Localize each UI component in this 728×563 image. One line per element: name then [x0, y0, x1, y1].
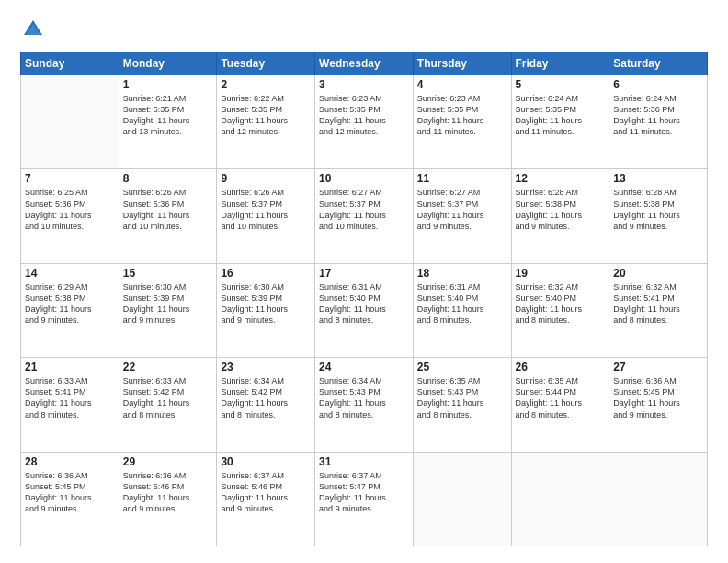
day-info: Sunrise: 6:36 AM Sunset: 5:45 PM Dayligh… — [613, 375, 703, 420]
day-number: 20 — [613, 267, 703, 280]
day-info: Sunrise: 6:23 AM Sunset: 5:35 PM Dayligh… — [417, 93, 507, 138]
day-info: Sunrise: 6:22 AM Sunset: 5:35 PM Dayligh… — [221, 93, 311, 138]
day-cell: 5Sunrise: 6:24 AM Sunset: 5:35 PM Daylig… — [511, 75, 609, 169]
day-cell: 16Sunrise: 6:30 AM Sunset: 5:39 PM Dayli… — [217, 263, 315, 357]
day-cell: 12Sunrise: 6:28 AM Sunset: 5:38 PM Dayli… — [511, 169, 609, 263]
day-cell: 26Sunrise: 6:35 AM Sunset: 5:44 PM Dayli… — [511, 358, 609, 452]
day-number: 1 — [123, 78, 213, 91]
day-cell: 13Sunrise: 6:28 AM Sunset: 5:38 PM Dayli… — [609, 169, 708, 263]
day-cell: 23Sunrise: 6:34 AM Sunset: 5:42 PM Dayli… — [217, 358, 315, 452]
day-number: 7 — [25, 172, 115, 185]
week-row: 14Sunrise: 6:29 AM Sunset: 5:38 PM Dayli… — [21, 263, 708, 357]
day-info: Sunrise: 6:31 AM Sunset: 5:40 PM Dayligh… — [319, 282, 409, 327]
day-cell: 14Sunrise: 6:29 AM Sunset: 5:38 PM Dayli… — [21, 263, 119, 357]
day-number: 4 — [417, 78, 507, 91]
day-info: Sunrise: 6:25 AM Sunset: 5:36 PM Dayligh… — [25, 187, 115, 232]
day-cell: 9Sunrise: 6:26 AM Sunset: 5:37 PM Daylig… — [217, 169, 315, 263]
day-number: 10 — [319, 172, 409, 185]
day-number: 31 — [319, 455, 409, 468]
week-row: 28Sunrise: 6:36 AM Sunset: 5:45 PM Dayli… — [21, 452, 708, 546]
calendar-body: 1Sunrise: 6:21 AM Sunset: 5:35 PM Daylig… — [21, 75, 708, 546]
day-cell — [609, 452, 708, 546]
day-number: 24 — [319, 361, 409, 373]
header-cell-saturday: Saturday — [609, 52, 708, 75]
day-number: 25 — [417, 361, 507, 373]
header-cell-tuesday: Tuesday — [217, 52, 315, 75]
header-cell-thursday: Thursday — [413, 52, 511, 75]
day-number: 17 — [319, 267, 409, 280]
day-number: 23 — [221, 361, 311, 373]
day-info: Sunrise: 6:24 AM Sunset: 5:35 PM Dayligh… — [516, 93, 606, 138]
day-cell: 30Sunrise: 6:37 AM Sunset: 5:46 PM Dayli… — [217, 452, 315, 546]
logo — [20, 17, 50, 42]
day-cell: 8Sunrise: 6:26 AM Sunset: 5:36 PM Daylig… — [119, 169, 217, 263]
day-number: 26 — [516, 361, 606, 373]
day-cell: 20Sunrise: 6:32 AM Sunset: 5:41 PM Dayli… — [609, 263, 708, 357]
day-number: 28 — [25, 455, 115, 468]
day-number: 2 — [221, 78, 311, 91]
week-row: 7Sunrise: 6:25 AM Sunset: 5:36 PM Daylig… — [21, 169, 708, 263]
day-cell: 31Sunrise: 6:37 AM Sunset: 5:47 PM Dayli… — [315, 452, 414, 546]
day-number: 30 — [221, 455, 311, 468]
day-cell: 29Sunrise: 6:36 AM Sunset: 5:46 PM Dayli… — [119, 452, 217, 546]
day-number: 22 — [123, 361, 213, 373]
header-cell-sunday: Sunday — [21, 52, 119, 75]
day-info: Sunrise: 6:32 AM Sunset: 5:40 PM Dayligh… — [516, 282, 606, 327]
day-cell — [413, 452, 511, 546]
day-info: Sunrise: 6:37 AM Sunset: 5:46 PM Dayligh… — [221, 470, 311, 515]
day-cell: 19Sunrise: 6:32 AM Sunset: 5:40 PM Dayli… — [511, 263, 609, 357]
calendar-header: SundayMondayTuesdayWednesdayThursdayFrid… — [21, 52, 708, 75]
day-info: Sunrise: 6:34 AM Sunset: 5:42 PM Dayligh… — [221, 375, 311, 420]
day-cell — [21, 75, 119, 169]
day-number: 14 — [25, 267, 115, 280]
day-info: Sunrise: 6:33 AM Sunset: 5:41 PM Dayligh… — [25, 375, 115, 420]
day-info: Sunrise: 6:26 AM Sunset: 5:36 PM Dayligh… — [123, 187, 213, 232]
day-cell: 6Sunrise: 6:24 AM Sunset: 5:36 PM Daylig… — [609, 75, 708, 169]
day-info: Sunrise: 6:35 AM Sunset: 5:44 PM Dayligh… — [516, 375, 606, 420]
day-number: 21 — [25, 361, 115, 373]
day-cell: 18Sunrise: 6:31 AM Sunset: 5:40 PM Dayli… — [413, 263, 511, 357]
calendar-table: SundayMondayTuesdayWednesdayThursdayFrid… — [20, 52, 708, 546]
header-row: SundayMondayTuesdayWednesdayThursdayFrid… — [21, 52, 708, 75]
day-number: 5 — [516, 78, 606, 91]
day-info: Sunrise: 6:33 AM Sunset: 5:42 PM Dayligh… — [123, 375, 213, 420]
day-cell — [511, 452, 609, 546]
logo-icon — [20, 17, 46, 42]
day-info: Sunrise: 6:28 AM Sunset: 5:38 PM Dayligh… — [613, 187, 703, 232]
day-info: Sunrise: 6:28 AM Sunset: 5:38 PM Dayligh… — [516, 187, 606, 232]
day-cell: 2Sunrise: 6:22 AM Sunset: 5:35 PM Daylig… — [217, 75, 315, 169]
day-number: 18 — [417, 267, 507, 280]
day-cell: 11Sunrise: 6:27 AM Sunset: 5:37 PM Dayli… — [413, 169, 511, 263]
day-number: 12 — [516, 172, 606, 185]
header-cell-monday: Monday — [119, 52, 217, 75]
day-cell: 10Sunrise: 6:27 AM Sunset: 5:37 PM Dayli… — [315, 169, 414, 263]
header — [20, 17, 708, 42]
day-cell: 21Sunrise: 6:33 AM Sunset: 5:41 PM Dayli… — [21, 358, 119, 452]
day-info: Sunrise: 6:31 AM Sunset: 5:40 PM Dayligh… — [417, 282, 507, 327]
day-info: Sunrise: 6:35 AM Sunset: 5:43 PM Dayligh… — [417, 375, 507, 420]
day-number: 29 — [123, 455, 213, 468]
day-number: 19 — [516, 267, 606, 280]
page: SundayMondayTuesdayWednesdayThursdayFrid… — [0, 0, 728, 563]
day-cell: 7Sunrise: 6:25 AM Sunset: 5:36 PM Daylig… — [21, 169, 119, 263]
day-cell: 22Sunrise: 6:33 AM Sunset: 5:42 PM Dayli… — [119, 358, 217, 452]
day-cell: 25Sunrise: 6:35 AM Sunset: 5:43 PM Dayli… — [413, 358, 511, 452]
day-number: 15 — [123, 267, 213, 280]
day-number: 16 — [221, 267, 311, 280]
day-info: Sunrise: 6:36 AM Sunset: 5:45 PM Dayligh… — [25, 470, 115, 515]
header-cell-friday: Friday — [511, 52, 609, 75]
day-info: Sunrise: 6:24 AM Sunset: 5:36 PM Dayligh… — [613, 93, 703, 138]
day-number: 11 — [417, 172, 507, 185]
day-cell: 28Sunrise: 6:36 AM Sunset: 5:45 PM Dayli… — [21, 452, 119, 546]
day-info: Sunrise: 6:26 AM Sunset: 5:37 PM Dayligh… — [221, 187, 311, 232]
day-number: 3 — [319, 78, 409, 91]
day-number: 6 — [613, 78, 703, 91]
day-number: 9 — [221, 172, 311, 185]
day-info: Sunrise: 6:30 AM Sunset: 5:39 PM Dayligh… — [221, 282, 311, 327]
week-row: 21Sunrise: 6:33 AM Sunset: 5:41 PM Dayli… — [21, 358, 708, 452]
day-cell: 3Sunrise: 6:23 AM Sunset: 5:35 PM Daylig… — [315, 75, 414, 169]
day-cell: 24Sunrise: 6:34 AM Sunset: 5:43 PM Dayli… — [315, 358, 414, 452]
day-info: Sunrise: 6:27 AM Sunset: 5:37 PM Dayligh… — [417, 187, 507, 232]
day-number: 8 — [123, 172, 213, 185]
day-cell: 15Sunrise: 6:30 AM Sunset: 5:39 PM Dayli… — [119, 263, 217, 357]
